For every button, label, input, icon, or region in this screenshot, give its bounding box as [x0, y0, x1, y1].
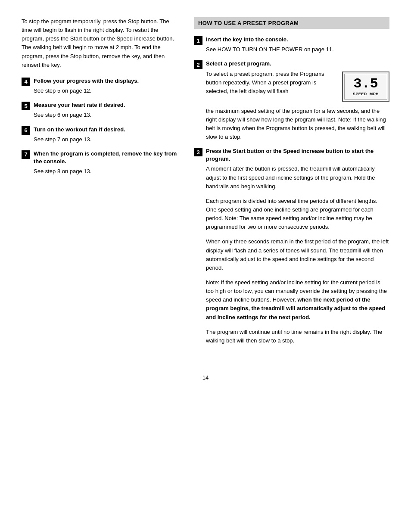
intro-paragraph: To stop the program temporarily, press t… [22, 17, 181, 69]
right-step-2-body-after: the maximum speed setting of the program… [206, 107, 389, 142]
step3-para-5: The program will continue until no time … [206, 328, 389, 345]
step-5-content: Measure your heart rate if desired. See … [34, 101, 181, 119]
step3-bold-text: when the next period of the program begi… [206, 296, 385, 320]
right-step-2-number: 2 [194, 60, 202, 69]
step-6-content: Turn on the workout fan if desired. See … [34, 126, 181, 144]
right-step-3-content: Press the Start button or the Speed incr… [206, 147, 389, 351]
step3-para-4: Note: If the speed setting and/or inclin… [206, 278, 389, 322]
step-6-body: See step 7 on page 13. [34, 135, 181, 144]
step-7-body: See step 8 on page 13. [34, 167, 181, 176]
right-step-1-block: 1 Insert the key into the console. See H… [194, 36, 389, 54]
step-6-block: 6 Turn on the workout fan if desired. Se… [22, 126, 181, 144]
step-4-body: See step 5 on page 12. [34, 87, 181, 95]
step3-para-1: A moment after the button is pressed, th… [206, 165, 389, 190]
right-step-3-body: A moment after the button is pressed, th… [206, 165, 389, 345]
step-5-body: See step 6 on page 13. [34, 111, 181, 119]
step-4-title: Follow your progress with the displays. [34, 77, 181, 85]
step-7-block: 7 When the program is completed, remove … [22, 150, 181, 176]
step-5-number: 5 [22, 102, 30, 110]
step-5-title: Measure your heart rate if desired. [34, 101, 181, 109]
step3-para-3: When only three seconds remain in the fi… [206, 237, 389, 272]
page: To stop the program temporarily, press t… [0, 0, 411, 532]
step-4-block: 4 Follow your progress with the displays… [22, 77, 181, 95]
page-number: 14 [22, 370, 389, 381]
right-step-3-number: 3 [194, 148, 202, 156]
right-column: HOW TO USE A PRESET PROGRAM 1 Insert the… [194, 17, 389, 357]
step-7-title: When the program is completed, remove th… [34, 150, 181, 165]
right-step-2-content: Select a preset program. To select a pre… [206, 60, 389, 141]
section-header: HOW TO USE A PRESET PROGRAM [194, 17, 389, 29]
step-4-content: Follow your progress with the displays. … [34, 77, 181, 95]
left-column: To stop the program temporarily, press t… [22, 17, 181, 357]
step-7-content: When the program is completed, remove th… [34, 150, 181, 176]
right-step-2-block: 2 Select a preset program. To select a p… [194, 60, 389, 141]
right-step-1-number: 1 [194, 36, 202, 45]
step-6-number: 6 [22, 126, 30, 135]
preset-select-area: To select a preset program, press the Pr… [206, 70, 389, 102]
right-step-3-title: Press the Start button or the Speed incr… [206, 147, 389, 163]
right-step-1-title: Insert the key into the console. [206, 36, 389, 44]
right-step-3-block: 3 Press the Start button or the Speed in… [194, 147, 389, 351]
speed-display-border [344, 74, 387, 100]
step3-para-2: Each program is divided into several tim… [206, 197, 389, 232]
right-step-1-content: Insert the key into the console. See HOW… [206, 36, 389, 54]
step-5-block: 5 Measure your heart rate if desired. Se… [22, 101, 181, 119]
step-6-title: Turn on the workout fan if desired. [34, 126, 181, 134]
speed-display: 3.5 SPEED MPH [342, 72, 389, 102]
right-step-1-body: See HOW TO TURN ON THE POWER on page 11. [206, 45, 389, 54]
two-column-layout: To stop the program temporarily, press t… [22, 17, 389, 357]
right-step-2-title: Select a preset program. [206, 60, 389, 68]
step-4-number: 4 [22, 78, 30, 86]
preset-text-before: To select a preset program, press the Pr… [206, 70, 336, 96]
step-7-number: 7 [22, 150, 30, 159]
